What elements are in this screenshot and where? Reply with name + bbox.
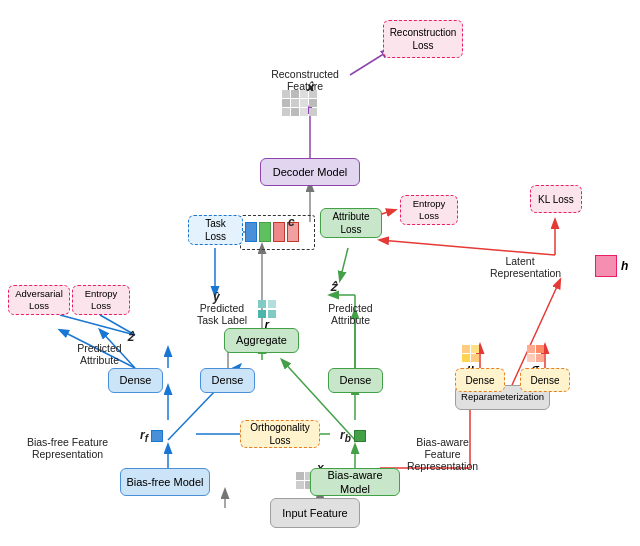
svg-line-31 xyxy=(340,248,348,280)
bias-free-model-box: Bias-free Model xyxy=(120,468,210,496)
reconstruction-loss-box: Reconstruction Loss xyxy=(383,20,463,58)
entropy-loss-left-box: Entropy Loss xyxy=(72,285,130,315)
r-symbol: r xyxy=(265,318,269,330)
task-loss-box: Task Loss xyxy=(188,215,243,245)
attribute-loss-box: Attribute Loss xyxy=(320,208,382,238)
rf-area: rf xyxy=(140,428,163,444)
latent-rep-label: Latent Representation xyxy=(490,255,550,279)
input-feature-label: Input Feature xyxy=(282,506,347,520)
predicted-attribute-left-label: Predicted Attribute xyxy=(62,342,137,366)
reconstructed-feature-label: Reconstructed Feature xyxy=(265,68,345,92)
rf-symbol: rf xyxy=(140,428,148,444)
dense-task-box: Dense xyxy=(200,368,255,393)
z-hat-right-symbol: ẑ xyxy=(330,280,336,294)
bias-aware-feature-label: Bias-aware Feature Representation xyxy=(400,436,485,472)
bias-free-feature-label: Bias-free Feature Representation xyxy=(25,436,110,460)
r-area: r xyxy=(258,300,276,330)
decoder-model-box: Decoder Model xyxy=(260,158,360,186)
aggregate-box: Aggregate xyxy=(224,328,299,353)
entropy-loss-right-box: Entropy Loss xyxy=(400,195,458,225)
adversarial-loss-box: Adversarial Loss xyxy=(8,285,70,315)
dense-mu-box: Dense xyxy=(455,368,505,392)
dense-bf-box: Dense xyxy=(108,368,163,393)
kl-loss-box: KL Loss xyxy=(530,185,582,213)
input-feature-box: Input Feature xyxy=(270,498,360,528)
predicted-task-label: Predicted Task Label xyxy=(192,302,252,326)
h-area: Latent Representation h xyxy=(545,255,628,277)
svg-line-35 xyxy=(60,315,135,335)
svg-line-22 xyxy=(380,240,555,255)
orthogonality-loss-box: Orthogonality Loss xyxy=(240,420,320,448)
dense-ba-box: Dense xyxy=(328,368,383,393)
y-hat-symbol: ŷ xyxy=(213,290,220,304)
h-symbol: h xyxy=(621,259,628,273)
rb-symbol: rb xyxy=(340,428,351,444)
dense-sigma-box: Dense xyxy=(520,368,570,392)
rb-area: rb xyxy=(340,428,366,444)
z-hat-left-symbol: ẑ xyxy=(127,330,133,344)
bias-aware-model-box: Bias-aware Model xyxy=(310,468,400,496)
c-container xyxy=(240,215,315,250)
predicted-attribute-right-label: Predicted Attribute xyxy=(318,302,383,326)
